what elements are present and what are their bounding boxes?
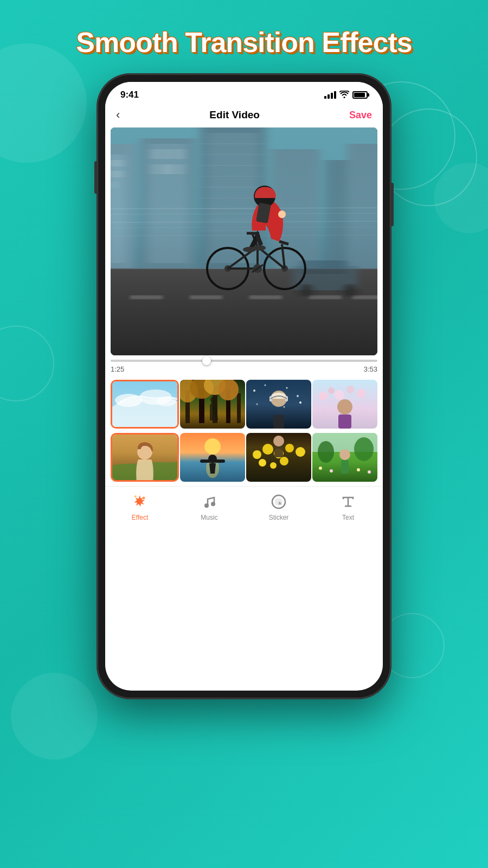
toolbar-music[interactable]: Music [175,492,244,521]
page-title: Smooth Transition Effects [0,0,488,69]
svg-point-80 [210,397,217,403]
svg-point-124 [339,449,350,460]
svg-point-117 [270,462,277,469]
phone-frame: 9:41 [98,74,390,698]
thumbnail-6[interactable] [180,433,245,482]
svg-point-111 [262,444,273,455]
svg-point-69 [157,397,176,406]
svg-rect-101 [338,414,351,429]
svg-point-100 [337,399,352,414]
toolbar-text[interactable]: Text [313,492,383,521]
battery-icon [352,91,368,99]
svg-point-126 [319,467,322,470]
music-label: Music [201,514,217,521]
svg-point-95 [319,392,328,400]
music-icon [200,492,219,512]
effect-label: Effect [132,514,148,521]
save-button[interactable]: Save [349,110,372,121]
svg-point-127 [330,469,333,473]
status-bar: 9:41 [105,82,383,104]
app-header: ‹ Edit Video Save [105,104,383,127]
svg-point-118 [273,436,284,446]
svg-point-122 [318,441,334,463]
status-time: 9:41 [120,90,139,100]
signal-icon [324,91,336,99]
svg-point-105 [204,438,221,455]
thumbnail-4[interactable] [312,380,377,429]
svg-point-110 [253,450,261,459]
svg-point-133 [211,502,215,506]
thumbnail-5[interactable] [111,433,179,482]
svg-point-90 [299,401,301,404]
svg-rect-75 [237,393,241,423]
thumbnail-3[interactable] [246,380,311,429]
signal-bar-1 [324,96,326,99]
signal-bar-3 [331,93,333,99]
thumbnail-2[interactable] [180,380,245,429]
phone-screen: 9:41 [105,82,383,691]
svg-point-67 [115,394,142,407]
time-current: 1:25 [111,365,124,373]
svg-point-113 [285,444,294,452]
back-button[interactable]: ‹ [116,108,120,122]
text-icon [338,492,358,512]
svg-point-131 [134,495,137,497]
thumbnail-7[interactable] [246,433,311,482]
svg-point-116 [280,457,288,465]
svg-point-87 [256,404,258,405]
thumbnail-8[interactable] [312,433,377,482]
svg-rect-119 [274,446,283,457]
svg-point-115 [259,459,266,467]
signal-bar-4 [334,91,336,99]
svg-point-129 [368,470,371,474]
toolbar-sticker[interactable]: Sticker [244,492,313,521]
text-label: Text [342,514,354,521]
svg-point-132 [204,503,209,508]
effect-icon [130,492,150,512]
status-icons [324,91,368,100]
header-title: Edit Video [209,109,260,121]
svg-point-123 [354,437,374,461]
bottom-toolbar: Effect Music [105,486,383,532]
thumbnail-1[interactable] [111,380,179,429]
svg-point-85 [286,387,288,389]
svg-point-99 [357,389,365,398]
svg-point-86 [297,395,299,397]
svg-rect-65 [111,127,377,355]
svg-point-96 [328,387,335,394]
svg-rect-125 [341,460,349,474]
svg-point-89 [284,406,285,408]
time-total: 3:53 [364,365,377,373]
progress-fill [111,360,207,362]
toolbar-effect[interactable]: Effect [105,492,175,521]
svg-point-128 [357,468,360,471]
svg-point-83 [265,385,266,386]
svg-point-82 [253,390,255,392]
phone-wrapper: 9:41 [0,74,488,698]
thumbnail-strip-row2 [105,433,383,486]
svg-point-98 [346,386,354,393]
battery-fill [354,93,365,97]
signal-bar-2 [328,94,330,99]
progress-track[interactable] [111,360,377,362]
svg-point-130 [143,497,145,500]
wifi-icon [339,91,349,100]
thumbnail-strip-row1 [105,375,383,433]
svg-point-114 [296,447,305,457]
sticker-label: Sticker [269,514,289,521]
video-preview [111,127,377,355]
progress-container[interactable] [105,355,383,363]
sticker-icon [269,492,288,512]
svg-point-97 [335,390,344,400]
progress-thumb[interactable] [202,356,211,365]
time-labels: 1:25 3:53 [105,363,383,375]
